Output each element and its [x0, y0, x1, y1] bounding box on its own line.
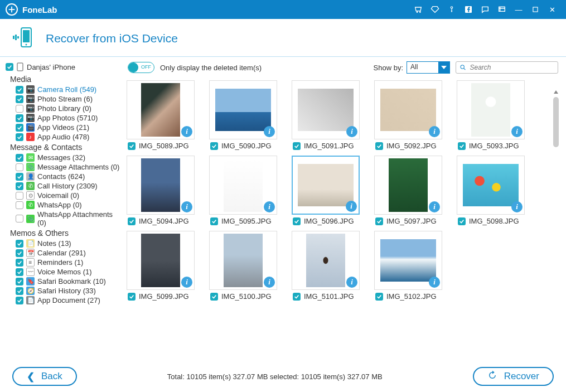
feedback-icon[interactable] [496, 3, 508, 16]
checkbox[interactable] [16, 182, 23, 190]
thumbnail[interactable]: iIMG_5102.JPG [374, 231, 443, 302]
checkbox[interactable] [16, 105, 23, 113]
checkbox[interactable] [16, 192, 23, 200]
thumbnail[interactable]: iIMG_5100.JPG [209, 231, 278, 302]
thumbnail-image[interactable]: i [127, 231, 195, 290]
checkbox[interactable] [16, 268, 23, 276]
sidebar-item[interactable]: 📄Notes (13) [6, 239, 121, 248]
thumbnail[interactable]: iIMG_5096.JPG [292, 156, 361, 226]
info-icon[interactable]: i [264, 201, 275, 212]
minimize-icon[interactable]: — [512, 3, 525, 16]
checkbox[interactable] [16, 297, 23, 304]
info-icon[interactable]: i [429, 277, 440, 288]
cart-icon[interactable] [412, 3, 424, 16]
facebook-icon[interactable] [462, 3, 475, 16]
info-icon[interactable]: i [429, 201, 440, 212]
thumbnail[interactable]: iIMG_5095.JPG [209, 156, 278, 226]
scrollbar-track[interactable] [553, 88, 559, 354]
thumbnail[interactable]: iIMG_5090.JPG [209, 80, 278, 151]
checkbox[interactable] [16, 240, 23, 248]
thumbnail-checkbox[interactable] [128, 293, 136, 301]
thumbnail-image[interactable]: i [457, 156, 525, 215]
thumbnail-image[interactable]: i [209, 80, 277, 139]
thumbnail-image[interactable]: i [374, 156, 442, 215]
thumbnail-image[interactable]: i [127, 80, 195, 139]
info-icon[interactable]: i [346, 126, 357, 137]
checkbox[interactable] [16, 114, 23, 122]
info-icon[interactable]: i [264, 126, 275, 137]
thumbnail-image[interactable]: i [292, 231, 360, 290]
info-icon[interactable]: i [181, 277, 192, 288]
checkbox[interactable] [16, 249, 23, 257]
sidebar-item[interactable]: 📄App Document (27) [6, 296, 121, 305]
sidebar-item[interactable]: 👤Contacts (624) [6, 172, 121, 181]
search-box[interactable] [456, 61, 558, 74]
thumbnail-checkbox[interactable] [293, 293, 301, 301]
info-icon[interactable]: i [511, 201, 523, 212]
thumbnail-image[interactable]: i [374, 231, 442, 290]
checkbox[interactable] [16, 133, 23, 141]
sidebar-item[interactable]: 📎Message Attachments (0) [6, 162, 121, 172]
sidebar-item[interactable]: 📷Camera Roll (549) [6, 85, 121, 94]
scrollbar-thumb[interactable] [553, 97, 559, 147]
thumbnail[interactable]: iIMG_5099.JPG [127, 231, 196, 302]
search-input[interactable] [470, 64, 554, 71]
sidebar-item[interactable]: 📷App Photos (5710) [6, 113, 121, 123]
sidebar-item[interactable]: 🔖Safari Bookmark (10) [6, 277, 121, 286]
sidebar-item[interactable]: 🧭Safari History (33) [6, 286, 121, 296]
checkbox[interactable] [16, 86, 23, 94]
info-icon[interactable]: i [511, 126, 523, 137]
back-button[interactable]: ❮ Back [12, 367, 77, 386]
checkbox[interactable] [16, 173, 23, 181]
thumbnail-checkbox[interactable] [293, 142, 301, 150]
chat-icon[interactable] [479, 3, 491, 16]
thumbnail[interactable]: iIMG_5091.JPG [292, 80, 361, 151]
checkbox[interactable] [16, 124, 23, 132]
sidebar-item[interactable]: ✉Messages (32) [6, 153, 121, 162]
sidebar-item[interactable]: 📷Photo Library (0) [6, 104, 121, 113]
thumbnail[interactable]: iIMG_5101.JPG [292, 231, 361, 302]
sidebar-item[interactable]: ✆Call History (2309) [6, 181, 121, 191]
sidebar-item[interactable]: 📷Photo Stream (6) [6, 94, 121, 104]
checkbox[interactable] [16, 201, 23, 209]
thumbnail[interactable]: iIMG_5098.JPG [457, 156, 526, 226]
showby-select[interactable]: All [407, 61, 450, 74]
thumbnail-checkbox[interactable] [375, 217, 383, 225]
diamond-icon[interactable] [429, 3, 441, 16]
checkbox[interactable] [16, 259, 23, 267]
maximize-icon[interactable] [529, 3, 541, 16]
checkbox[interactable] [16, 287, 23, 295]
thumbnail-image[interactable]: i [127, 156, 195, 215]
thumbnail-checkbox[interactable] [293, 217, 301, 225]
sidebar-item[interactable]: 📅Calendar (291) [6, 248, 121, 258]
thumbnail-checkbox[interactable] [458, 142, 466, 150]
info-icon[interactable]: i [429, 126, 440, 137]
recover-button[interactable]: Recover [473, 367, 554, 386]
info-icon[interactable]: i [346, 201, 357, 212]
device-row[interactable]: Danjas' iPhone [6, 62, 121, 71]
info-icon[interactable]: i [346, 277, 357, 288]
sidebar-item[interactable]: ⊙Voicemail (0) [6, 191, 121, 200]
thumbnail-image[interactable]: i [209, 231, 277, 290]
thumbnail-checkbox[interactable] [210, 217, 218, 225]
thumbnail-checkbox[interactable] [375, 142, 383, 150]
thumbnail[interactable]: iIMG_5097.JPG [374, 156, 443, 226]
thumbnail-checkbox[interactable] [375, 293, 383, 301]
sidebar-item[interactable]: ✆WhatsApp (0) [6, 200, 121, 210]
thumbnail-checkbox[interactable] [210, 293, 218, 301]
thumbnail-checkbox[interactable] [128, 142, 136, 150]
info-icon[interactable]: i [264, 277, 275, 288]
thumbnail-checkbox[interactable] [458, 217, 466, 225]
deleted-only-toggle[interactable]: OFF [128, 62, 154, 73]
info-icon[interactable]: i [181, 126, 192, 137]
thumbnail[interactable]: iIMG_5093.JPG [457, 80, 526, 151]
checkbox[interactable] [16, 215, 23, 222]
checkbox[interactable] [16, 95, 23, 103]
thumbnail[interactable]: iIMG_5092.JPG [374, 80, 443, 151]
checkbox[interactable] [16, 154, 23, 162]
thumbnail-image[interactable]: i [374, 80, 442, 139]
close-icon[interactable]: ✕ [546, 3, 558, 16]
thumbnail-image[interactable]: i [292, 80, 360, 139]
checkbox[interactable] [16, 163, 23, 171]
scroll-up-icon[interactable] [553, 89, 559, 95]
